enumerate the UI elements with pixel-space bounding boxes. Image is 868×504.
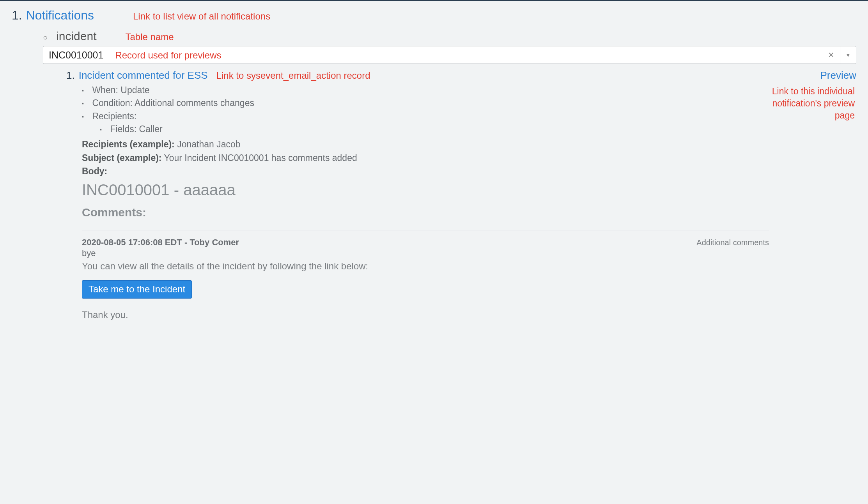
notifications-link[interactable]: Notifications	[26, 8, 94, 23]
ordinal-1: 1.	[12, 8, 22, 23]
table-heading: ○ incident Table name	[43, 30, 856, 43]
bullet-icon: ○	[43, 33, 48, 42]
table-section: ○ incident Table name INC0010001 Record …	[43, 30, 856, 320]
table-name: incident	[56, 30, 96, 43]
record-picker-row: INC0010001 Record used for previews ✕ ▼	[43, 46, 856, 64]
body-preview: INC0010001 - aaaaaa Comments: 2020-08-05…	[82, 181, 769, 320]
detail-recipients-fields: Fields: Caller	[100, 123, 769, 136]
annotation-preview-link: Link to this individual notification's p…	[769, 84, 856, 122]
record-picker-value: INC0010001	[49, 50, 103, 61]
comment-meta: 2020-08-05 17:06:08 EDT - Toby Comer	[82, 237, 239, 248]
take-me-to-incident-button[interactable]: Take me to the Incident	[82, 280, 192, 299]
comment-text: bye	[82, 248, 769, 258]
thanks-text: Thank you.	[82, 309, 769, 320]
annotation-table-name: Table name	[126, 32, 174, 42]
notification-item: 1. Incident commented for ESS Link to sy…	[66, 69, 856, 320]
ordinal-notif-1: 1.	[66, 69, 75, 81]
subject-example: Subject (example): Your Incident INC0010…	[82, 152, 769, 164]
body-title: INC0010001 - aaaaaa	[82, 181, 769, 199]
body-label: Body:	[82, 165, 769, 177]
chevron-down-icon[interactable]: ▼	[840, 46, 856, 64]
notification-details-list: When: Update Condition: Additional comme…	[66, 84, 769, 136]
preview-link[interactable]: Preview	[820, 69, 856, 81]
notification-record-link[interactable]: Incident commented for ESS	[79, 69, 208, 81]
notifications-heading: 1. Notifications Link to list view of al…	[12, 8, 856, 23]
recipients-example: Recipients (example): Jonathan Jacob	[82, 138, 769, 150]
notification-body-columns: When: Update Condition: Additional comme…	[66, 84, 856, 320]
detail-recipients: Recipients: Fields: Caller	[82, 110, 769, 136]
follow-text: You can view all the details of the inci…	[82, 261, 769, 272]
detail-when: When: Update	[82, 84, 769, 97]
divider	[82, 230, 769, 230]
record-picker-value-wrap: INC0010001 Record used for previews	[43, 50, 822, 61]
notification-body-left: When: Update Condition: Additional comme…	[66, 84, 769, 320]
notification-header: 1. Incident commented for ESS Link to sy…	[66, 69, 856, 81]
annotation-notifications: Link to list view of all notifications	[133, 11, 270, 22]
comments-heading: Comments:	[82, 206, 769, 219]
annotation-record: Record used for previews	[115, 50, 221, 61]
clear-icon[interactable]: ✕	[822, 46, 840, 64]
annotation-notification-link: Link to sysevent_email_action record	[216, 70, 370, 81]
comment-meta-row: 2020-08-05 17:06:08 EDT - Toby Comer Add…	[82, 237, 769, 248]
page: 1. Notifications Link to list view of al…	[0, 0, 868, 336]
comment-tag: Additional comments	[696, 238, 769, 247]
detail-condition: Condition: Additional comments changes	[82, 97, 769, 110]
record-picker[interactable]: INC0010001 Record used for previews ✕ ▼	[43, 46, 856, 64]
